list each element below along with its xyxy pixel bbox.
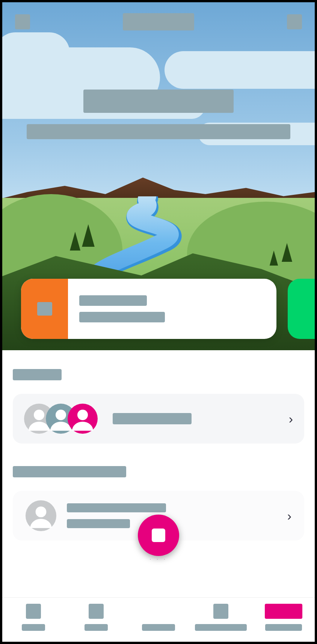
top-bar: menu Explore profile [2,11,315,33]
card-plan-route[interactable] [288,279,315,339]
card-subtitle: Start tracking now [79,312,165,322]
routes-icon [89,604,104,619]
avatar [26,500,56,531]
chevron-right-icon: › [287,509,291,523]
tab-label: Community [195,624,247,631]
community-icon [213,604,228,619]
menu-button[interactable]: menu [15,14,30,29]
tab-community[interactable]: Community [190,604,252,642]
card-title: Record activity [79,295,147,306]
hero-landscape: menu Explore profile Good afternoon Disc… [2,2,315,350]
svg-point-1 [34,410,44,420]
tab-label: Profile [265,624,302,631]
svg-point-3 [56,410,66,420]
card-record-activity[interactable]: Record activity Start tracking now [21,279,276,339]
tab-record[interactable]: Record [127,604,190,642]
card-badge [21,279,68,339]
home-icon [26,604,41,619]
friends-section-title: Friends [13,369,62,380]
svg-point-7 [36,506,47,517]
friends-row-label: See friend activity [113,413,192,424]
hero-subheading: Discover routes, record activities, and … [27,124,290,139]
tab-routes[interactable]: Routes [65,604,127,642]
feed-item-title: Morning ride along the river [67,503,166,512]
stop-icon [152,529,165,542]
tab-profile[interactable]: Profile [252,604,315,642]
record-fab[interactable] [138,515,179,556]
tab-label: Record [142,624,175,631]
hero-text: Good afternoon Discover routes, record a… [2,90,315,139]
activity-icon [37,302,52,316]
avatar [68,404,98,434]
tab-label: Home [22,624,45,631]
tab-label: Routes [85,624,108,631]
friend-avatars [24,404,98,434]
hero-heading: Good afternoon [83,90,234,113]
feed-item-meta: 12.4 km · 45 min [67,519,130,528]
svg-point-5 [77,410,88,420]
tab-home[interactable]: Home [2,604,65,642]
profile-icon [265,604,302,619]
feed-section-title: Recommended for you [13,466,126,477]
cards-carousel[interactable]: Record activity Start tracking now [2,279,315,339]
profile-button[interactable]: profile [287,14,302,29]
chevron-right-icon: › [289,412,293,426]
bottom-tab-bar: Home Routes Record Community Profile [2,597,315,642]
friends-row[interactable]: See friend activity › [13,394,304,444]
page-title: Explore [123,13,194,30]
fab-dots: · · · [150,556,168,562]
